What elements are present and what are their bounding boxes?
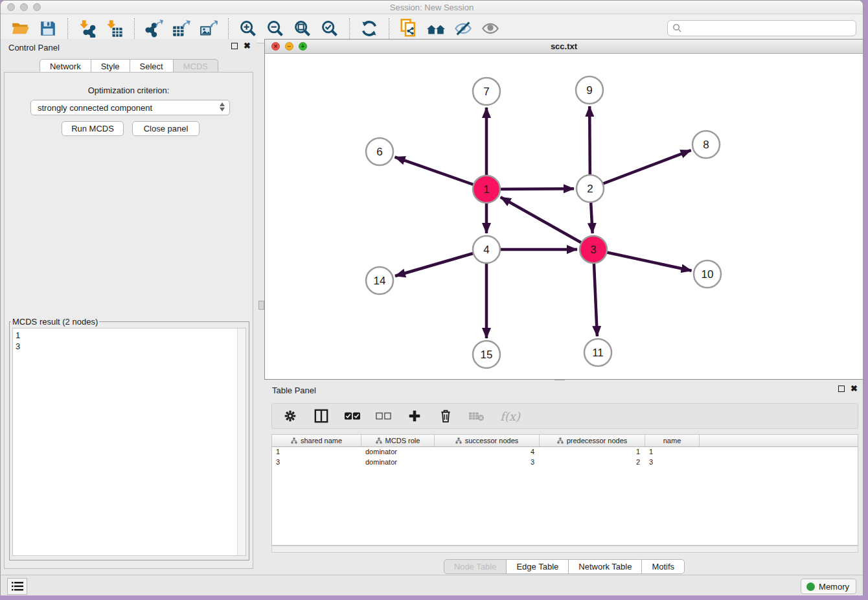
float-table-panel-icon[interactable] (838, 386, 845, 392)
home-view-icon[interactable] (426, 19, 446, 38)
panel-divider-grip[interactable] (258, 301, 264, 310)
node-label-8: 8 (703, 139, 709, 151)
refresh-view-icon[interactable] (360, 19, 379, 38)
zoom-out-icon[interactable] (266, 19, 285, 38)
table-tab-motifs[interactable]: Motifs (641, 559, 685, 574)
zoom-fit-icon[interactable] (293, 19, 312, 38)
zoom-selected-icon[interactable] (320, 19, 339, 38)
close-table-panel-icon[interactable]: ✖ (851, 386, 858, 392)
table-tab-network-table[interactable]: Network Table (568, 559, 642, 574)
zoom-in-icon[interactable] (238, 19, 258, 38)
search-input[interactable] (682, 23, 844, 33)
cell-name[interactable]: 3 (645, 457, 700, 468)
node-label-10: 10 (702, 268, 714, 281)
select-all-rows-icon[interactable] (345, 408, 360, 424)
cell-successor-nodes[interactable]: 3 (435, 457, 540, 468)
delete-column-icon[interactable] (438, 408, 453, 424)
column-header-name[interactable]: name (645, 435, 700, 446)
table-panel-header: Table Panel ✖ (264, 380, 863, 397)
toolbar-separator (67, 18, 68, 39)
node-label-2: 2 (587, 183, 593, 195)
network-window-title: scc.txt (265, 41, 863, 51)
node-label-9: 9 (586, 84, 592, 97)
search-field[interactable] (667, 20, 856, 36)
toolbar-separator (349, 18, 350, 39)
table-row[interactable]: 1dominator411 (272, 447, 858, 457)
table-panel-title: Table Panel (272, 386, 316, 395)
status-bar: Memory (1, 575, 863, 595)
column-tree-icon (376, 437, 382, 444)
split-view-icon[interactable] (314, 408, 329, 424)
save-session-icon[interactable] (38, 19, 58, 38)
table-row[interactable]: 3dominator323 (272, 457, 858, 468)
cell-mcds-role[interactable]: dominator (361, 447, 435, 457)
table-tab-node-table[interactable]: Node Table (444, 559, 507, 574)
window-title: Session: New Session (1, 3, 863, 12)
export-image-icon[interactable] (199, 19, 218, 38)
cell-shared-name[interactable]: 3 (272, 457, 361, 468)
table-toolbar: f(x) (271, 403, 858, 429)
column-header-label: shared name (301, 437, 342, 444)
run-mcds-button[interactable]: Run MCDS (62, 121, 124, 136)
node-label-1: 1 (483, 183, 489, 196)
export-network-icon[interactable] (144, 19, 164, 38)
add-column-icon[interactable] (407, 408, 422, 424)
table-horizontal-scrollbar[interactable] (271, 546, 858, 553)
table-tab-edge-table[interactable]: Edge Table (506, 559, 569, 574)
task-history-button[interactable] (7, 578, 27, 595)
float-panel-icon[interactable] (231, 43, 238, 49)
show-graphics-details-icon[interactable] (481, 19, 500, 38)
cell-successor-nodes[interactable]: 4 (435, 447, 540, 457)
memory-status-icon (806, 583, 815, 591)
mcds-panel: Optimization criterion: strongly connect… (4, 72, 253, 569)
optimization-criterion-value: strongly connected component (38, 103, 152, 113)
node-label-15: 15 (481, 349, 493, 361)
memory-button[interactable]: Memory (801, 579, 856, 594)
main-window: Session: New Session (0, 0, 863, 595)
edge-2-8[interactable] (590, 150, 691, 189)
optimization-criterion-select[interactable]: strongly connected component (30, 100, 230, 115)
import-table-icon[interactable] (105, 19, 124, 38)
close-panel-icon[interactable]: ✖ (244, 43, 251, 49)
node-table[interactable]: shared nameMCDS rolesuccessor nodesprede… (271, 434, 858, 546)
toolbar-separator (389, 18, 389, 39)
column-header-shared-name[interactable]: shared name (272, 435, 361, 446)
column-header-mcds-role[interactable]: MCDS role (361, 435, 435, 446)
table-settings-icon[interactable] (282, 408, 298, 424)
hide-panels-icon[interactable] (453, 19, 473, 38)
cell-predecessor-nodes[interactable]: 2 (540, 457, 645, 468)
open-session-icon[interactable] (11, 19, 30, 38)
deselect-all-rows-icon[interactable] (376, 408, 391, 424)
column-header-filler (700, 435, 858, 446)
network-graph[interactable]: 7968124314101511 (265, 54, 863, 380)
mcds-result-title: MCDS result (2 nodes) (11, 317, 99, 327)
column-tree-icon (291, 437, 297, 444)
mcds-result-area[interactable]: 13 (12, 328, 246, 556)
edge-3-10[interactable] (593, 249, 692, 271)
import-network-icon[interactable] (78, 19, 97, 38)
result-scrollbar[interactable] (237, 329, 246, 555)
column-header-label: successor nodes (465, 437, 519, 444)
column-header-label: name (663, 437, 681, 444)
select-stepper-icon (220, 102, 225, 111)
column-header-predecessor-nodes[interactable]: predecessor nodes (540, 435, 645, 446)
column-header-successor-nodes[interactable]: successor nodes (435, 435, 540, 446)
clone-network-icon[interactable] (399, 19, 418, 38)
close-panel-button[interactable]: Close panel (132, 121, 200, 136)
column-header-label: predecessor nodes (567, 437, 628, 444)
cell-mcds-role[interactable]: dominator (361, 457, 435, 468)
mcds-result-fieldset: MCDS result (2 nodes) 13 (9, 317, 249, 560)
cell-predecessor-nodes[interactable]: 1 (540, 447, 645, 457)
window-titlebar[interactable]: Session: New Session (1, 1, 863, 14)
export-table-icon[interactable] (172, 19, 191, 38)
cell-shared-name[interactable]: 1 (272, 447, 361, 457)
toolbar-separator (228, 18, 229, 39)
node-label-14: 14 (374, 275, 386, 287)
network-window-titlebar[interactable]: × − + scc.txt (265, 40, 863, 54)
mcds-result-lines: 13 (13, 329, 246, 353)
edge-3-1[interactable] (501, 197, 593, 249)
cell-name[interactable]: 1 (645, 447, 700, 457)
toolbar-separator (134, 18, 135, 39)
table-panel: Table Panel ✖ (264, 380, 863, 575)
edge-1-6[interactable] (395, 157, 486, 189)
